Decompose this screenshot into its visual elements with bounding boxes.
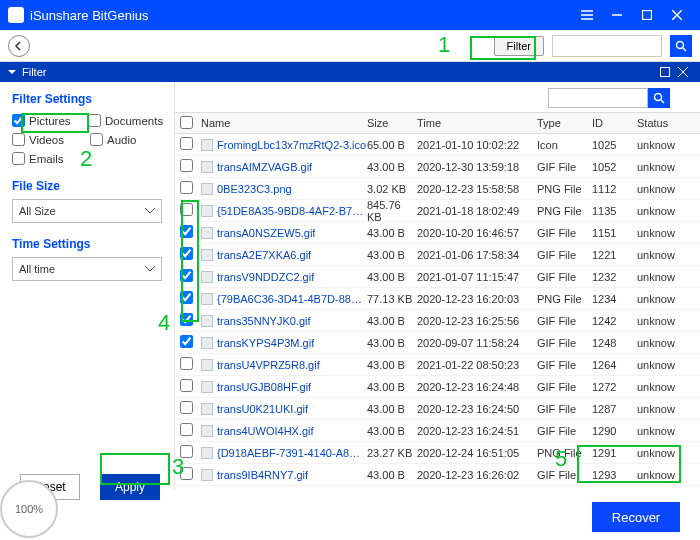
videos-checkbox[interactable] [12, 133, 25, 146]
file-size: 43.00 B [367, 271, 417, 283]
file-icon [201, 293, 213, 305]
table-row[interactable]: trans9IB4RNY7.gif43.00 B2020-12-23 16:26… [175, 464, 700, 486]
filter-audio[interactable]: Audio [90, 133, 162, 146]
file-id: 1234 [592, 293, 637, 305]
table-row[interactable]: transV9NDDZC2.gif43.00 B2021-01-07 11:15… [175, 266, 700, 288]
file-type: PNG File [537, 293, 592, 305]
col-status[interactable]: Status [637, 117, 687, 129]
file-icon [201, 425, 213, 437]
table-row[interactable]: trans35NNYJK0.gif43.00 B2020-12-23 16:25… [175, 310, 700, 332]
row-checkbox[interactable] [180, 247, 193, 260]
menu-button[interactable] [572, 0, 602, 30]
file-size: 43.00 B [367, 161, 417, 173]
progress-ring: 100% [0, 480, 58, 538]
file-type: GIF File [537, 403, 592, 415]
select-all-checkbox[interactable] [180, 116, 193, 129]
table-row[interactable]: {51DE8A35-9BD8-4AF2-B793-231F21804...845… [175, 200, 700, 222]
file-icon [201, 205, 213, 217]
file-time: 2020-09-07 11:58:24 [417, 337, 537, 349]
row-checkbox[interactable] [180, 203, 193, 216]
file-time: 2021-01-10 10:02:22 [417, 139, 537, 151]
search-input-panel[interactable] [548, 88, 648, 108]
row-checkbox[interactable] [180, 445, 193, 458]
file-icon [201, 249, 213, 261]
row-checkbox[interactable] [180, 379, 193, 392]
table-row[interactable]: trans4UWOI4HX.gif43.00 B2020-12-23 16:24… [175, 420, 700, 442]
row-checkbox[interactable] [180, 335, 193, 348]
panel-close-icon[interactable] [678, 67, 692, 77]
row-checkbox[interactable] [180, 159, 193, 172]
app-logo-icon [8, 7, 24, 23]
table-row[interactable]: transUGJB08HF.gif43.00 B2020-12-23 16:24… [175, 376, 700, 398]
emails-checkbox[interactable] [12, 152, 25, 165]
table-body: FromingLbc13x7mzRtQ2-3.ico65.00 B2021-01… [175, 134, 700, 490]
row-checkbox[interactable] [180, 357, 193, 370]
col-name[interactable]: Name [197, 117, 367, 129]
time-select[interactable]: All time [12, 257, 162, 281]
row-checkbox[interactable] [180, 423, 193, 436]
filter-pictures[interactable]: Pictures [12, 114, 82, 127]
row-checkbox[interactable] [180, 269, 193, 282]
file-id: 1290 [592, 425, 637, 437]
filter-emails[interactable]: Emails [12, 152, 86, 165]
app-title: iSunshare BitGenius [30, 8, 149, 23]
col-id[interactable]: ID [592, 117, 637, 129]
col-size[interactable]: Size [367, 117, 417, 129]
row-checkbox[interactable] [180, 313, 193, 326]
file-time: 2021-01-22 08:50:23 [417, 359, 537, 371]
search-button-panel[interactable] [648, 88, 670, 108]
table-row[interactable]: transU0K21UKI.gif43.00 B2020-12-23 16:24… [175, 398, 700, 420]
back-arrow-icon [14, 41, 24, 51]
file-size: 43.00 B [367, 425, 417, 437]
row-checkbox[interactable] [180, 467, 193, 480]
table-row[interactable]: FromingLbc13x7mzRtQ2-3.ico65.00 B2021-01… [175, 134, 700, 156]
filter-documents[interactable]: Documents [88, 114, 162, 127]
file-id: 1221 [592, 249, 637, 261]
file-icon [201, 139, 213, 151]
file-time: 2020-12-23 16:20:03 [417, 293, 537, 305]
file-id: 1264 [592, 359, 637, 371]
filesize-select[interactable]: All Size [12, 199, 162, 223]
file-status: unknow [637, 183, 687, 195]
search-input-top[interactable] [552, 35, 662, 57]
file-time: 2020-12-23 16:24:51 [417, 425, 537, 437]
panel-maximize-icon[interactable] [660, 67, 674, 77]
row-checkbox[interactable] [180, 291, 193, 304]
col-type[interactable]: Type [537, 117, 592, 129]
file-size: 43.00 B [367, 337, 417, 349]
file-type: PNG File [537, 205, 592, 217]
table-row[interactable]: {79BA6C36-3D41-4B7D-884A-242A39B2...77.1… [175, 288, 700, 310]
audio-checkbox[interactable] [90, 133, 103, 146]
row-checkbox[interactable] [180, 225, 193, 238]
documents-checkbox[interactable] [88, 114, 101, 127]
apply-button[interactable]: Apply [100, 474, 160, 500]
filter-videos[interactable]: Videos [12, 133, 84, 146]
search-button-top[interactable] [670, 35, 692, 57]
table-row[interactable]: transU4VPRZ5R8.gif43.00 B2021-01-22 08:5… [175, 354, 700, 376]
table-row[interactable]: transAIMZVAGB.gif43.00 B2020-12-30 13:59… [175, 156, 700, 178]
row-checkbox[interactable] [180, 401, 193, 414]
filter-settings-title: Filter Settings [12, 92, 162, 106]
table-row[interactable]: transA0NSZEW5.gif43.00 B2020-10-20 16:46… [175, 222, 700, 244]
back-button[interactable] [8, 35, 30, 57]
row-checkbox[interactable] [180, 181, 193, 194]
file-name: {79BA6C36-3D41-4B7D-884A-242A39B2... [217, 293, 367, 305]
pictures-checkbox[interactable] [12, 114, 25, 127]
minimize-button[interactable] [602, 0, 632, 30]
dropdown-icon[interactable] [8, 68, 16, 76]
file-type: GIF File [537, 425, 592, 437]
table-row[interactable]: {D918AEBF-7391-4140-A8EC-02654252A...23.… [175, 442, 700, 464]
col-time[interactable]: Time [417, 117, 537, 129]
file-name: transUGJB08HF.gif [217, 381, 311, 393]
table-row[interactable]: 0BE323C3.png3.02 KB2020-12-23 15:58:58PN… [175, 178, 700, 200]
maximize-button[interactable] [632, 0, 662, 30]
file-status: unknow [637, 205, 687, 217]
table-row[interactable]: transKYPS4P3M.gif43.00 B2020-09-07 11:58… [175, 332, 700, 354]
filter-button[interactable]: Filter [494, 36, 544, 56]
row-checkbox[interactable] [180, 137, 193, 150]
file-icon [201, 337, 213, 349]
recover-button[interactable]: Recover [592, 502, 680, 532]
table-row[interactable]: transA2E7XKA6.gif43.00 B2021-01-06 17:58… [175, 244, 700, 266]
file-size: 43.00 B [367, 315, 417, 327]
close-button[interactable] [662, 0, 692, 30]
